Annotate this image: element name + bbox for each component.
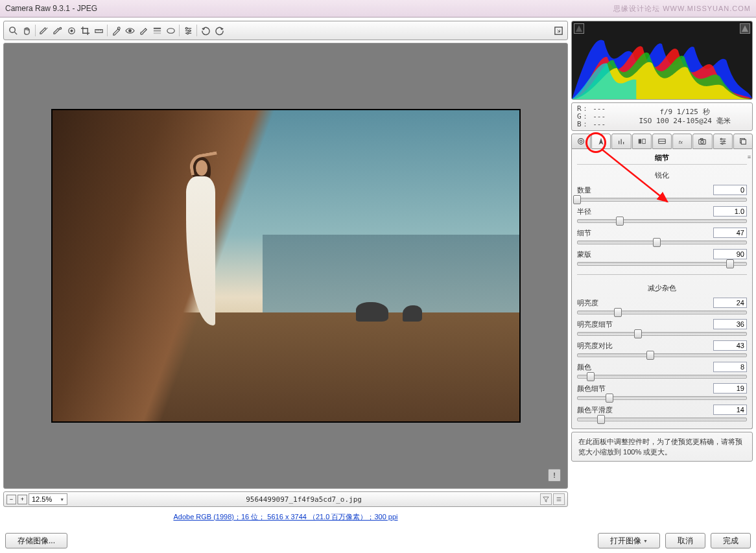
svg-rect-32 [643, 139, 645, 144]
svg-point-26 [580, 140, 582, 143]
svg-point-25 [578, 139, 584, 145]
straighten-tool-icon[interactable] [92, 24, 105, 37]
b-value: B： --- [577, 121, 622, 128]
photo [51, 109, 521, 423]
svg-rect-10 [153, 32, 160, 34]
svg-rect-8 [153, 27, 160, 29]
tab-detail[interactable] [591, 134, 611, 149]
panel-hint: 在此面板中调整控件时，为了使预览更精确，请将预览大小缩放到 100% 或更大。 [571, 432, 753, 462]
tab-split-toning[interactable] [632, 134, 652, 149]
svg-point-6 [117, 27, 120, 29]
masking-slider[interactable]: 蒙版90 [577, 249, 747, 267]
zoom-select[interactable]: 12.5%▼ [29, 493, 67, 505]
tab-snapshots[interactable] [733, 134, 753, 149]
red-eye-tool-icon[interactable] [123, 24, 136, 37]
done-button[interactable]: 完成 [711, 533, 751, 548]
white-balance-tool-icon[interactable] [38, 24, 51, 37]
zoom-tool-icon[interactable] [6, 24, 19, 37]
sharpening-section: 锐化 [577, 169, 747, 182]
open-image-button[interactable]: 打开图像▼ [598, 533, 660, 548]
svg-marker-27 [599, 138, 604, 145]
svg-rect-38 [701, 139, 703, 140]
exif-line2: ISO 100 24-105@24 毫米 [622, 117, 747, 126]
tab-basic[interactable] [571, 134, 591, 149]
radius-slider[interactable]: 半径1.0 [577, 206, 747, 224]
svg-text:fx: fx [679, 139, 683, 145]
rotate-cw-icon[interactable] [213, 24, 226, 37]
rating-toggle-icon[interactable] [553, 493, 565, 505]
footer: 存储图像... 打开图像▼ 取消 完成 [0, 528, 756, 553]
svg-point-0 [9, 27, 14, 32]
status-bar: − + 12.5%▼ 9564499097_1f4f9a5cd7_o.jpg [3, 491, 568, 507]
svg-marker-23 [742, 25, 748, 32]
crop-tool-icon[interactable] [78, 24, 91, 37]
filter-toggle-icon[interactable] [540, 493, 552, 505]
preferences-tool-icon[interactable] [182, 24, 195, 37]
detail-slider[interactable]: 细节47 [577, 228, 747, 246]
svg-point-2 [59, 27, 61, 29]
svg-marker-22 [576, 25, 582, 32]
camera-raw-window: Camera Raw 9.3.1 - JPEG 思缘设计论坛 WWW.MISSY… [0, 0, 756, 553]
tab-lens[interactable] [652, 134, 672, 149]
window-title: Camera Raw 9.3.1 - JPEG [5, 4, 97, 13]
color-detail-slider[interactable]: 颜色细节19 [577, 383, 747, 401]
image-preview[interactable]: ! [3, 43, 568, 489]
rotate-ccw-icon[interactable] [199, 24, 212, 37]
tab-effects[interactable]: fx [672, 134, 692, 149]
panel-tabs: fx [571, 134, 753, 149]
panel-menu-icon[interactable]: ≡ [748, 154, 750, 160]
warning-icon[interactable]: ! [548, 469, 561, 482]
rgb-readout: R： --- G： --- B： --- f/9 1/125 秒 ISO 100… [571, 102, 753, 131]
detail-panel: 细节 ≡ 锐化 数量0 半径1.0 细节47 蒙版90 减少杂色 明亮度24 明… [571, 149, 753, 429]
svg-point-44 [722, 143, 723, 144]
exif-line1: f/9 1/125 秒 [622, 108, 747, 117]
svg-rect-46 [741, 139, 746, 144]
svg-point-42 [720, 138, 722, 139]
svg-point-4 [71, 30, 73, 32]
shadow-clip-icon[interactable] [574, 23, 584, 34]
color-slider[interactable]: 颜色8 [577, 362, 747, 380]
hand-tool-icon[interactable] [20, 24, 33, 37]
panel-title: 细节 ≡ [577, 152, 747, 165]
spot-removal-tool-icon[interactable] [110, 24, 123, 37]
svg-line-1 [14, 32, 17, 34]
svg-rect-9 [153, 30, 160, 31]
color-sampler-tool-icon[interactable] [51, 24, 64, 37]
title-bar: Camera Raw 9.3.1 - JPEG 思缘设计论坛 WWW.MISSY… [0, 0, 756, 18]
histogram[interactable] [571, 21, 753, 100]
luminance-slider[interactable]: 明亮度24 [577, 298, 747, 316]
workflow-options-link[interactable]: Adobe RGB (1998)；16 位； 5616 x 3744 （21.0… [3, 510, 568, 525]
svg-point-17 [187, 32, 189, 34]
svg-rect-31 [639, 139, 641, 144]
radial-filter-tool-icon[interactable] [164, 24, 177, 37]
color-smoothness-slider[interactable]: 颜色平滑度14 [577, 405, 747, 423]
tab-hsl[interactable] [611, 134, 631, 149]
main-toolbar [3, 21, 568, 40]
svg-point-11 [167, 28, 174, 33]
tab-presets[interactable] [713, 134, 733, 149]
noise-section: 减少杂色 [577, 281, 747, 295]
filename-label: 9564499097_1f4f9a5cd7_o.jpg [70, 495, 537, 504]
luminance-contrast-slider[interactable]: 明亮度对比43 [577, 340, 747, 359]
fullscreen-toggle-icon[interactable] [552, 24, 565, 37]
svg-point-43 [723, 141, 724, 142]
adjustment-brush-tool-icon[interactable] [137, 24, 150, 37]
tab-camera[interactable] [692, 134, 712, 149]
svg-point-16 [188, 30, 190, 32]
amount-slider[interactable]: 数量0 [577, 185, 747, 203]
watermark: 思缘设计论坛 WWW.MISSYUAN.COM [613, 4, 751, 14]
highlight-clip-icon[interactable] [740, 23, 750, 34]
svg-point-7 [128, 29, 131, 32]
svg-point-37 [701, 141, 703, 143]
target-adjustment-tool-icon[interactable] [65, 24, 78, 37]
zoom-out-button[interactable]: − [6, 495, 16, 504]
zoom-in-button[interactable]: + [18, 495, 27, 504]
graduated-filter-tool-icon[interactable] [150, 24, 163, 37]
save-image-button[interactable]: 存储图像... [5, 533, 67, 548]
luminance-detail-slider[interactable]: 明亮度细节36 [577, 319, 747, 337]
svg-point-15 [185, 27, 187, 29]
cancel-button[interactable]: 取消 [665, 533, 705, 548]
